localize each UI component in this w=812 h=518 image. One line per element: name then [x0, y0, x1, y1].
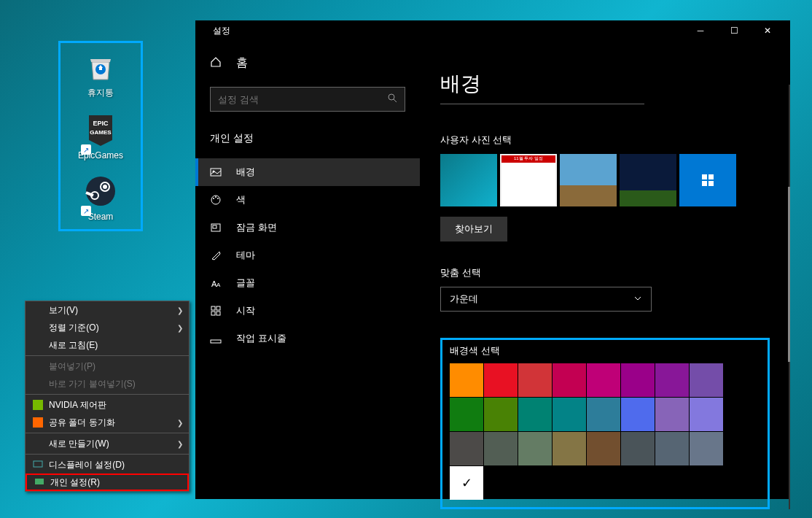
color-swatch[interactable]	[587, 432, 620, 465]
context-menu-item-label: NVIDIA 제어판	[49, 399, 106, 411]
color-swatch[interactable]	[518, 432, 552, 465]
check-icon: ✓	[461, 475, 472, 491]
submenu-arrow-icon: ❯	[177, 419, 183, 427]
context-menu-item: 붙여넣기(P)	[26, 357, 189, 375]
svg-rect-9	[34, 461, 42, 467]
desktop-context-menu: 보기(V)❯정렬 기준(O)❯새로 고침(E)붙여넣기(P)바로 가기 붙여넣기…	[25, 301, 190, 492]
context-menu-item[interactable]: 개인 설정(R)	[26, 473, 189, 491]
color-swatch[interactable]	[484, 363, 518, 397]
color-swatch[interactable]	[690, 398, 723, 431]
context-menu-item[interactable]: NVIDIA 제어판	[26, 396, 189, 414]
browse-button[interactable]: 찾아보기	[440, 217, 507, 241]
color-swatch[interactable]	[655, 363, 689, 397]
photo-thumbnail[interactable]	[440, 154, 497, 206]
svg-text:A: A	[216, 282, 221, 288]
nav-item-taskbar[interactable]: 작업 표시줄	[195, 325, 420, 352]
scrollbar-thumb[interactable]	[788, 187, 790, 362]
nvidia-icon	[31, 400, 44, 410]
color-swatch[interactable]	[518, 363, 552, 397]
context-menu-item-label: 새로 만들기(W)	[49, 438, 109, 450]
epic-games-icon[interactable]: EPICGAMES ↗ EpicGames	[60, 107, 141, 168]
photo-thumbnail[interactable]: 11월 투자 일정	[500, 154, 557, 206]
close-button[interactable]: ✕	[751, 20, 784, 41]
color-swatch[interactable]	[450, 432, 483, 465]
color-swatch[interactable]	[621, 432, 655, 465]
svg-rect-23	[216, 306, 220, 310]
context-menu-item[interactable]: 보기(V)❯	[26, 301, 189, 319]
display-icon	[31, 460, 44, 470]
nav-item-label: 작업 표시줄	[236, 332, 286, 345]
sidebar-section-title: 개인 설정	[195, 129, 420, 158]
nav-item-start[interactable]: 시작	[195, 297, 420, 325]
search-input[interactable]	[218, 94, 387, 105]
context-menu-item[interactable]: 새로 고침(E)	[26, 336, 189, 354]
blank-icon	[31, 361, 44, 371]
context-menu-separator	[26, 454, 189, 455]
settings-window: 설정 ─ ☐ ✕ 홈 개인 설정 배경색잠금 화면테마AA글꼴시작작업 표시줄 …	[195, 20, 790, 499]
color-swatch[interactable]	[655, 398, 689, 431]
color-swatch[interactable]	[690, 363, 723, 397]
photo-thumbnail[interactable]	[560, 154, 617, 206]
search-box[interactable]	[210, 87, 405, 112]
blank-icon	[31, 340, 44, 350]
nav-item-label: 색	[236, 193, 246, 206]
color-swatch[interactable]	[553, 398, 586, 431]
titlebar: 설정 ─ ☐ ✕	[195, 20, 790, 41]
nav-item-lock[interactable]: 잠금 화면	[195, 214, 420, 241]
color-swatch[interactable]	[621, 363, 655, 397]
photo-thumbnail[interactable]	[679, 154, 736, 206]
taskbar-icon	[210, 333, 225, 344]
nav-item-theme[interactable]: 테마	[195, 241, 420, 269]
submenu-arrow-icon: ❯	[177, 324, 183, 332]
color-swatch[interactable]	[484, 432, 518, 465]
settings-content: 배경 사용자 사진 선택 11월 투자 일정 찾아보기 맞춤 선택 가운데 배경…	[420, 41, 790, 509]
nav-item-font[interactable]: AA글꼴	[195, 269, 420, 297]
recycle-bin-icon[interactable]: 휴지통	[60, 43, 141, 107]
context-menu-item-label: 보기(V)	[49, 304, 78, 317]
context-menu-item[interactable]: 새로 만들기(W)❯	[26, 435, 189, 452]
color-swatch[interactable]: ✓	[450, 466, 483, 500]
recycle-bin-label: 휴지통	[87, 87, 114, 99]
context-menu-item[interactable]: 정렬 기준(O)❯	[26, 319, 189, 336]
fit-dropdown-value: 가운데	[450, 293, 633, 306]
nav-item-image[interactable]: 배경	[195, 158, 420, 186]
color-swatch[interactable]	[518, 398, 552, 431]
svg-rect-24	[211, 312, 215, 315]
nav-item-palette[interactable]: 색	[195, 186, 420, 214]
submenu-arrow-icon: ❯	[177, 306, 183, 314]
photo-section-label: 사용자 사진 선택	[440, 134, 770, 147]
shortcut-arrow-icon: ↗	[81, 206, 91, 216]
photo-thumbnails: 11월 투자 일정	[440, 154, 770, 206]
color-swatch[interactable]	[553, 363, 586, 397]
color-swatch[interactable]	[553, 432, 586, 465]
context-menu-item-label: 디스플레이 설정(D)	[49, 459, 125, 471]
color-swatch[interactable]	[587, 398, 620, 431]
home-label: 홈	[236, 55, 248, 71]
palette-icon	[210, 194, 225, 206]
color-swatch[interactable]	[484, 398, 518, 431]
color-swatch[interactable]	[587, 363, 620, 397]
steam-icon[interactable]: ↗ Steam	[60, 168, 141, 229]
color-swatch[interactable]	[655, 432, 689, 465]
svg-rect-7	[33, 400, 43, 410]
context-menu-item[interactable]: 디스플레이 설정(D)	[26, 456, 189, 473]
context-menu-item[interactable]: 공유 폴더 동기화❯	[26, 414, 189, 431]
home-icon	[210, 56, 225, 71]
color-swatch[interactable]	[690, 432, 723, 465]
fit-dropdown[interactable]: 가운데	[440, 287, 652, 312]
minimize-button[interactable]: ─	[684, 20, 717, 41]
color-swatch[interactable]	[621, 398, 655, 431]
color-swatch[interactable]	[450, 398, 483, 431]
context-menu-item: 바로 가기 붙여넣기(S)	[26, 375, 189, 393]
theme-icon	[210, 250, 225, 261]
svg-point-5	[103, 185, 107, 189]
svg-rect-28	[708, 174, 714, 179]
color-swatch[interactable]	[450, 363, 483, 397]
svg-point-15	[213, 198, 214, 199]
photo-thumbnail[interactable]	[620, 154, 676, 206]
shortcut-arrow-icon: ↗	[81, 144, 91, 155]
svg-point-16	[215, 196, 216, 198]
home-button[interactable]: 홈	[195, 50, 420, 81]
personalize-icon	[33, 477, 46, 487]
maximize-button[interactable]: ☐	[717, 20, 751, 41]
